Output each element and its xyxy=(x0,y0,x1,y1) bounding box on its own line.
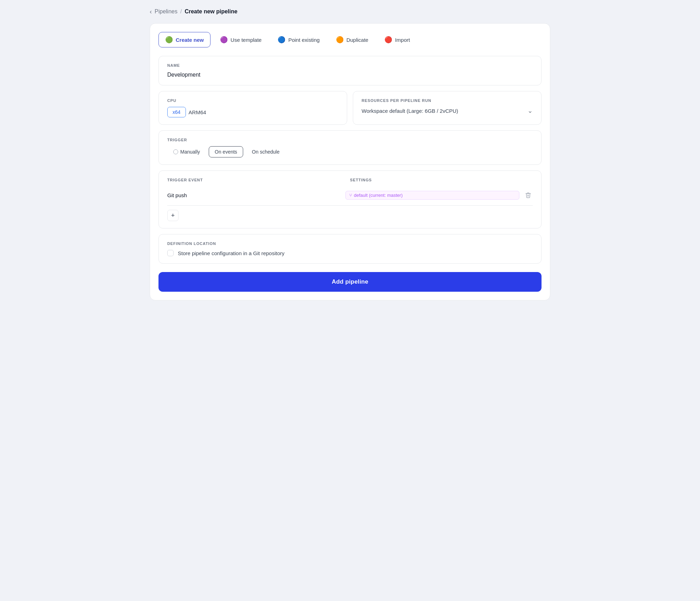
cpu-label: CPU xyxy=(167,98,338,103)
branch-badge[interactable]: ⑂ default (current: master) xyxy=(345,191,519,200)
branch-icon: ⑂ xyxy=(349,193,352,198)
tab-use-template-label: Use template xyxy=(231,37,261,43)
point-existing-icon: 🔵 xyxy=(278,36,285,44)
trigger-event-card: TRIGGER EVENT SETTINGS Git push ⑂ defaul… xyxy=(158,170,542,228)
cpu-card: CPU x64 ARM64 xyxy=(158,91,347,125)
name-label: NAME xyxy=(167,63,533,67)
tab-point-existing[interactable]: 🔵 Point existing xyxy=(271,32,326,47)
back-button[interactable]: ‹ xyxy=(150,8,152,15)
definition-label: DEFINITION LOCATION xyxy=(167,241,533,246)
git-push-label: Git push xyxy=(167,192,341,198)
form-area: NAME CPU x64 ARM64 RESOURCES PER PIPELIN… xyxy=(158,56,542,292)
create-new-icon: 🟢 xyxy=(165,36,173,44)
definition-card: DEFINITION LOCATION Store pipeline confi… xyxy=(158,234,542,264)
tab-duplicate-label: Duplicate xyxy=(346,37,369,43)
definition-checkbox[interactable] xyxy=(167,250,174,256)
definition-text: Store pipeline configuration in a Git re… xyxy=(178,250,285,256)
definition-row: Store pipeline configuration in a Git re… xyxy=(167,250,533,256)
tab-point-existing-label: Point existing xyxy=(288,37,319,43)
resources-select[interactable]: Workspace default (Large: 6GB / 2vCPU) ⌄ xyxy=(362,107,533,115)
delete-trigger-button[interactable] xyxy=(524,190,533,200)
event-headers: TRIGGER EVENT SETTINGS xyxy=(167,178,533,188)
tab-create-new[interactable]: 🟢 Create new xyxy=(158,32,210,47)
trigger-on-events[interactable]: On events xyxy=(209,146,243,157)
chevron-down-icon: ⌄ xyxy=(527,107,533,115)
import-icon: 🔴 xyxy=(384,36,392,44)
use-template-icon: 🟣 xyxy=(220,36,228,44)
resources-value: Workspace default (Large: 6GB / 2vCPU) xyxy=(362,108,458,114)
cpu-arm64: ARM64 xyxy=(189,109,206,115)
add-trigger-button[interactable]: + xyxy=(167,210,179,221)
tab-duplicate[interactable]: 🟠 Duplicate xyxy=(329,32,375,47)
trigger-manually-label: Manually xyxy=(180,149,200,155)
name-card: NAME xyxy=(158,56,542,85)
breadcrumb-separator: / xyxy=(180,8,182,15)
branch-badge-text: default (current: master) xyxy=(354,193,403,198)
duplicate-icon: 🟠 xyxy=(336,36,344,44)
tab-use-template[interactable]: 🟣 Use template xyxy=(213,32,268,47)
tab-import-label: Import xyxy=(395,37,410,43)
tab-create-new-label: Create new xyxy=(176,37,204,43)
tab-import[interactable]: 🔴 Import xyxy=(378,32,417,47)
page-container: ‹ Pipelines / Create new pipeline 🟢 Crea… xyxy=(150,8,550,300)
trigger-manually-radio xyxy=(173,149,178,154)
trigger-options: Manually On events On schedule xyxy=(167,146,533,157)
breadcrumb-current: Create new pipeline xyxy=(184,8,237,15)
trigger-on-schedule-label: On schedule xyxy=(252,149,280,155)
resources-label: RESOURCES PER PIPELINE RUN xyxy=(362,98,533,103)
add-pipeline-button[interactable]: Add pipeline xyxy=(158,272,542,292)
trigger-manually[interactable]: Manually xyxy=(167,146,206,157)
cpu-options: x64 ARM64 xyxy=(167,107,338,117)
trigger-label: TRIGGER xyxy=(167,138,533,142)
trigger-on-events-label: On events xyxy=(215,149,237,155)
name-input[interactable] xyxy=(167,72,533,78)
main-card: 🟢 Create new 🟣 Use template 🔵 Point exis… xyxy=(150,23,550,300)
tabs-row: 🟢 Create new 🟣 Use template 🔵 Point exis… xyxy=(158,32,542,47)
cpu-option-x64[interactable]: x64 xyxy=(167,107,186,117)
divider xyxy=(167,205,533,206)
trigger-card: TRIGGER Manually On events On schedule xyxy=(158,130,542,165)
cpu-resources-row: CPU x64 ARM64 RESOURCES PER PIPELINE RUN… xyxy=(158,91,542,125)
trigger-event-col-header: TRIGGER EVENT xyxy=(167,178,346,182)
resources-card: RESOURCES PER PIPELINE RUN Workspace def… xyxy=(353,91,542,125)
breadcrumb: ‹ Pipelines / Create new pipeline xyxy=(150,8,550,15)
settings-col-header: SETTINGS xyxy=(350,178,529,182)
breadcrumb-parent[interactable]: Pipelines xyxy=(155,8,177,15)
trigger-on-schedule[interactable]: On schedule xyxy=(246,146,286,157)
trigger-event-row: Git push ⑂ default (current: master) xyxy=(167,190,533,200)
